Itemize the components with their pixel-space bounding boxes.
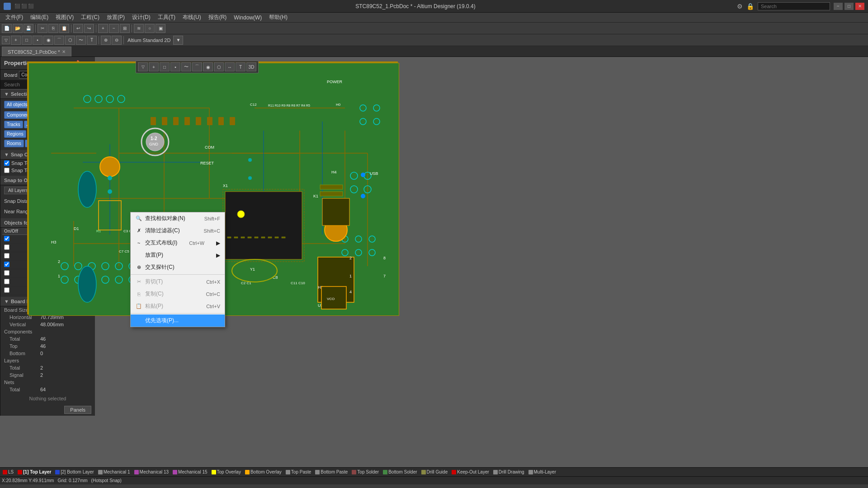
tab-close-button[interactable]: ✕ <box>62 49 66 54</box>
layer-bot-paste[interactable]: Bottom Paste <box>313 469 349 474</box>
tb-redo[interactable]: ↪ <box>84 24 94 33</box>
global-search-input[interactable] <box>758 2 830 10</box>
ft-add[interactable]: + <box>149 62 159 71</box>
tb2-zoom1[interactable]: ⊕ <box>101 36 111 45</box>
ctx-place[interactable]: 放置(P) ▶ <box>131 249 225 261</box>
sf-rooms[interactable]: Rooms <box>4 140 24 147</box>
tb-component[interactable]: ▣ <box>156 24 165 33</box>
tb-zoom-fit[interactable]: ⊞ <box>120 24 130 33</box>
menu-help[interactable]: 帮助(H) <box>265 13 291 22</box>
layer-top-overlay[interactable]: Top Overlay <box>210 469 243 474</box>
tb-place[interactable]: ○ <box>145 24 155 33</box>
panels-button[interactable]: Panels <box>64 406 91 414</box>
menu-design[interactable]: 设计(D) <box>128 13 154 22</box>
tb-undo[interactable]: ↩ <box>73 24 83 33</box>
ft-text[interactable]: T <box>236 62 245 71</box>
sf-tracks[interactable]: Tracks <box>4 121 23 128</box>
ctx-cross-probe[interactable]: ⊕ 交叉探针(C) <box>131 261 225 273</box>
maximize-button[interactable]: □ <box>844 3 854 10</box>
layer-bot-solder[interactable]: Bottom Solder <box>381 469 419 474</box>
layer-bottom[interactable]: [2] Bottom Layer <box>53 469 95 474</box>
layer-drill-drawing[interactable]: Drill Drawing <box>491 469 526 474</box>
layer-drill-guide[interactable]: Drill Guide <box>420 469 450 474</box>
tb2-filter[interactable]: ▽ <box>2 36 10 44</box>
settings-icon[interactable]: ⚙ <box>737 3 743 10</box>
tb-route[interactable]: ≋ <box>134 24 144 33</box>
layer-mech13[interactable]: Mechanical 13 <box>132 469 170 474</box>
nothing-selected: Nothing selected <box>0 393 95 404</box>
tb2-fill[interactable]: ▪ <box>33 36 42 45</box>
menu-route[interactable]: 布线(U) <box>179 13 205 22</box>
layer-ls[interactable]: LS <box>1 469 15 474</box>
ctx-preferences[interactable]: 优先选项(P)... <box>131 314 225 327</box>
ft-filter[interactable]: ▽ <box>138 62 148 71</box>
menu-place[interactable]: 放置(P) <box>103 13 128 22</box>
tb2-zoom2[interactable]: ⊖ <box>112 36 122 45</box>
tb-copy[interactable]: ⎘ <box>48 24 58 33</box>
layer-mech1[interactable]: Mechanical 1 <box>96 469 132 474</box>
tb-zoom-out[interactable]: − <box>109 24 119 33</box>
snap-row7-on[interactable] <box>4 287 9 293</box>
tb2-text[interactable]: T <box>87 36 97 45</box>
tb2-pad[interactable]: ◉ <box>43 36 53 45</box>
ft-route[interactable]: 〜 <box>181 62 191 71</box>
board-label: Board <box>4 72 17 78</box>
snap-row6-on[interactable] <box>4 279 9 284</box>
layer-mech15[interactable]: Mechanical 15 <box>171 469 209 474</box>
tb-cut[interactable]: ✂ <box>38 24 47 33</box>
tb2-track[interactable]: 〜 <box>76 36 86 45</box>
tb-save[interactable]: 💾 <box>24 24 33 33</box>
snap-row4-on[interactable] <box>4 262 9 267</box>
tb2-add[interactable]: + <box>11 36 21 45</box>
snap-row1-on[interactable] <box>4 236 9 241</box>
tb-open[interactable]: 📂 <box>13 24 23 33</box>
menu-edit[interactable]: 编辑(E) <box>27 13 52 22</box>
menu-tools[interactable]: 工具(T) <box>154 13 179 22</box>
layer-bot-overlay[interactable]: Bottom Overlay <box>243 469 283 474</box>
close-button[interactable]: ✕ <box>855 3 864 10</box>
menu-project[interactable]: 工程(C) <box>77 13 103 22</box>
route-icon: ~ <box>135 239 142 247</box>
sf-all-objects[interactable]: All objects <box>4 101 30 108</box>
layer-multilayer[interactable]: Multi-Layer <box>527 469 558 474</box>
snap-row2-on[interactable] <box>4 244 9 250</box>
menu-file[interactable]: 文件(F) <box>2 13 27 22</box>
ft-fill[interactable]: ▪ <box>170 62 180 71</box>
snap-row3-on[interactable] <box>4 253 9 258</box>
tb-zoom-in[interactable]: + <box>98 24 108 33</box>
ft-rect[interactable]: □ <box>160 62 170 71</box>
lock-icon[interactable]: 🔒 <box>746 3 754 10</box>
ctx-find-similar[interactable]: 🔍 查找相似对象(N) Shift+F <box>131 212 225 225</box>
ctx-interactive-route[interactable]: ~ 交互式布线(I) Ctrl+W ▶ <box>131 237 225 249</box>
tb2-arc[interactable]: ⌒ <box>54 36 64 45</box>
ft-pad[interactable]: ◉ <box>203 62 213 71</box>
pcb-canvas[interactable]: ▽ + □ ▪ 〜 ⌒ ◉ ⬡ ↔ T 3D <box>0 57 868 467</box>
layer-bot-overlay-dot <box>245 470 250 474</box>
sf-regions[interactable]: Regions <box>4 130 26 138</box>
menu-reports[interactable]: 报告(R) <box>205 13 231 22</box>
tb-new[interactable]: 📄 <box>2 24 12 33</box>
ft-poly[interactable]: ⬡ <box>214 62 224 71</box>
ft-measure[interactable]: ↔ <box>225 62 235 71</box>
pcb-tab[interactable]: STC89C52_1.PcbDoc * ✕ <box>2 47 71 56</box>
ctx-clear-filter[interactable]: ✗ 清除过滤器(C) Shift+C <box>131 225 225 237</box>
minimize-button[interactable]: − <box>834 3 843 10</box>
tb-paste[interactable]: 📋 <box>59 24 69 33</box>
tb2-rect[interactable]: □ <box>22 36 32 45</box>
snap-to-guides-checkbox[interactable] <box>4 168 9 173</box>
tb2-poly[interactable]: ⬡ <box>65 36 75 45</box>
layer-bottom-dot <box>55 470 60 474</box>
layer-top-solder[interactable]: Top Solder <box>350 469 381 474</box>
svg-text:Y1: Y1 <box>250 267 255 272</box>
window-controls[interactable]: − □ ✕ <box>834 3 864 10</box>
menu-view[interactable]: 视图(V) <box>52 13 77 22</box>
ft-arc[interactable]: ⌒ <box>192 62 202 71</box>
menu-window[interactable]: Window(W) <box>230 14 265 22</box>
layer-top[interactable]: [1] Top Layer <box>16 469 53 474</box>
ft-3d[interactable]: 3D <box>246 62 256 71</box>
layer-top-paste[interactable]: Top Paste <box>284 469 313 474</box>
layer-keepout[interactable]: Keep-Out Layer <box>450 469 491 474</box>
snap-to-grids-checkbox[interactable] <box>4 160 9 166</box>
tb2-view-drop[interactable]: ▼ <box>173 36 183 45</box>
snap-row5-on[interactable] <box>4 270 9 276</box>
